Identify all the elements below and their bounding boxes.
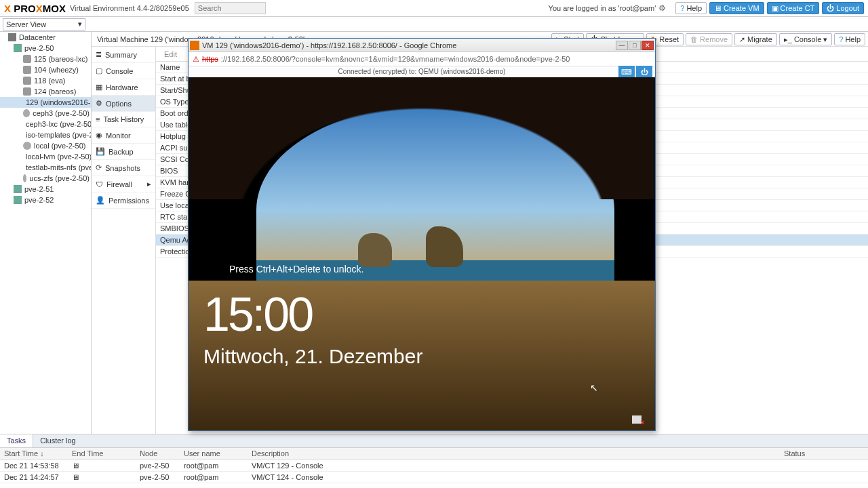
sidenav-options[interactable]: ⚙Options	[92, 96, 155, 112]
tree-vm-selected[interactable]: 129 (windows2016-demo)	[0, 97, 91, 108]
resource-tree[interactable]: Datacenter pve-2-50 125 (bareos-lxc) 104…	[0, 32, 92, 434]
chevron-down-icon: ▾	[78, 20, 82, 28]
vm-icon	[23, 87, 31, 96]
tree-node[interactable]: pve-2-50	[0, 43, 91, 54]
help-icon: ?	[839, 35, 843, 43]
console-titlebar[interactable]: VM 129 ('windows2016-demo') - https://19…	[189, 39, 655, 52]
lock-date: Mittwoch, 21. Dezember	[203, 345, 422, 368]
tree-storage[interactable]: ceph3-lxc (pve-2-50)	[0, 119, 91, 129]
terminal-icon: ▢	[96, 66, 102, 75]
login-text: You are logged in as 'root@pam'	[549, 4, 656, 12]
lxc-icon	[23, 55, 31, 63]
search-input[interactable]	[195, 2, 266, 14]
sidenav-permissions[interactable]: 👤Permissions	[92, 192, 155, 209]
minimize-button[interactable]: —	[616, 41, 628, 50]
chip-icon: ▦	[96, 83, 102, 92]
console-button[interactable]: ▸_Console ▾	[779, 33, 832, 45]
connection-info: Connected (encrypted) to: QEMU (windows2…	[189, 66, 655, 77]
tree-node[interactable]: pve-2-52	[0, 195, 91, 205]
node-icon	[14, 185, 22, 193]
log-row[interactable]: Dec 21 14:53:58 🖥 pve-2-50 root@pam VM/C…	[0, 460, 868, 472]
terminal-icon: ▸_	[784, 35, 792, 44]
col-status[interactable]: Status	[780, 448, 868, 460]
tree-vm[interactable]: 124 (bareos)	[0, 86, 91, 97]
tree-storage[interactable]: iso-templates (pve-2-50)	[0, 129, 91, 140]
help-button[interactable]: ?Help	[675, 2, 707, 14]
tree-vm[interactable]: 125 (bareos-lxc)	[0, 54, 91, 64]
col-node[interactable]: Node	[136, 448, 180, 460]
running-icon: 🖥	[72, 473, 79, 481]
sidenav-firewall[interactable]: 🛡Firewall▸	[92, 176, 155, 192]
url-text: ://192.168.2.50:8006/?console=kvm&novnc=…	[221, 55, 570, 63]
tree-storage[interactable]: ceph3 (pve-2-50)	[0, 108, 91, 119]
tree-storage[interactable]: ucs-zfs (pve-2-50)	[0, 173, 91, 184]
col-user[interactable]: User name	[180, 448, 248, 460]
tree-storage[interactable]: local-lvm (pve-2-50)	[0, 151, 91, 162]
sidenav-taskhistory[interactable]: ≡Task History	[92, 112, 155, 127]
logo: X PROXMOX	[4, 3, 66, 14]
storage-icon	[23, 109, 30, 117]
col-desc[interactable]: Description	[248, 448, 780, 460]
tree-storage[interactable]: testlab-mits-nfs (pve-2-50)	[0, 162, 91, 173]
sidenav-snapshots[interactable]: ⟳Snapshots	[92, 160, 155, 176]
tree-datacenter[interactable]: Datacenter	[0, 32, 91, 43]
network-disconnected-icon	[632, 415, 642, 424]
tree-vm[interactable]: 104 (wheezy)	[0, 64, 91, 75]
create-ct-button[interactable]: ▣Create CT	[767, 2, 820, 14]
tree-node[interactable]: pve-2-51	[0, 184, 91, 195]
gear-icon[interactable]: ⚙	[658, 3, 666, 13]
node-icon	[14, 44, 22, 52]
remove-button[interactable]: 🗑Remove	[686, 33, 732, 45]
proxmox-icon	[190, 41, 199, 50]
logo-x: X	[4, 3, 14, 14]
sidenav-backup[interactable]: 💾Backup	[92, 144, 155, 160]
bottom-panel: Tasks Cluster log Start Time ↓ End Time …	[0, 434, 868, 488]
list-icon: ≣	[96, 50, 102, 59]
edit-button[interactable]: Edit	[160, 49, 181, 60]
datacenter-icon	[8, 33, 16, 41]
gear-icon: ⚙	[96, 99, 102, 108]
vm-sidenav: ≣Summary ▢Console ▦Hardware ⚙Options ≡Ta…	[92, 47, 156, 434]
sidenav-monitor[interactable]: ◉Monitor	[92, 127, 155, 144]
power-button[interactable]: ⏻	[636, 66, 652, 78]
tab-tasks[interactable]: Tasks	[0, 434, 33, 447]
address-bar[interactable]: ⚠ https://192.168.2.50:8006/?console=kvm…	[189, 52, 655, 66]
vnc-canvas[interactable]: Press Ctrl+Alt+Delete to unlock. 15:00 M…	[189, 77, 655, 430]
lock-time: 15:00	[203, 287, 312, 342]
close-button[interactable]: ✕	[642, 41, 654, 50]
help-button[interactable]: ?Help	[834, 33, 865, 45]
running-icon: 🖥	[72, 462, 79, 470]
col-start[interactable]: Start Time ↓	[0, 448, 68, 460]
maximize-button[interactable]: □	[629, 41, 641, 50]
warn-icon: ⚠	[193, 55, 199, 64]
unlock-hint: Press Ctrl+Alt+Delete to unlock.	[229, 264, 363, 274]
create-vm-button[interactable]: 🖥Create VM	[709, 2, 764, 14]
view-selector[interactable]: Server View▾	[3, 18, 85, 30]
shield-icon: 🛡	[96, 180, 103, 188]
send-keys-button[interactable]: ⌨	[618, 66, 635, 78]
col-end[interactable]: End Time	[68, 448, 136, 460]
version-text: Virtual Environment 4.4-2/80259e05	[70, 4, 189, 12]
migrate-button[interactable]: ➚Migrate	[734, 33, 777, 45]
tab-clusterlog[interactable]: Cluster log	[33, 434, 83, 447]
cube-icon: ▣	[772, 4, 778, 13]
vm-icon	[23, 77, 31, 85]
floppy-icon: 💾	[96, 147, 105, 156]
cursor-icon: ↖	[590, 382, 598, 393]
console-title-text: VM 129 ('windows2016-demo') - https://19…	[202, 41, 456, 49]
migrate-icon: ➚	[739, 35, 745, 44]
console-window[interactable]: VM 129 ('windows2016-demo') - https://19…	[188, 38, 656, 431]
sidenav-console[interactable]: ▢Console	[92, 63, 155, 79]
node-icon	[14, 196, 22, 204]
tree-storage[interactable]: local (pve-2-50)	[0, 140, 91, 151]
log-row[interactable]: Dec 21 14:24:57 🖥 pve-2-50 root@pam VM/C…	[0, 472, 868, 483]
sidenav-hardware[interactable]: ▦Hardware	[92, 79, 155, 96]
log-header[interactable]: Start Time ↓ End Time Node User name Des…	[0, 448, 868, 460]
history-icon: ⟳	[96, 163, 102, 172]
sidenav-summary[interactable]: ≣Summary	[92, 47, 155, 63]
logout-button[interactable]: ⏻Logout	[822, 2, 864, 14]
list-icon: ≡	[96, 115, 100, 123]
vm-icon	[23, 66, 31, 74]
tree-vm[interactable]: 118 (eva)	[0, 75, 91, 86]
chevron-right-icon: ▸	[147, 180, 151, 188]
